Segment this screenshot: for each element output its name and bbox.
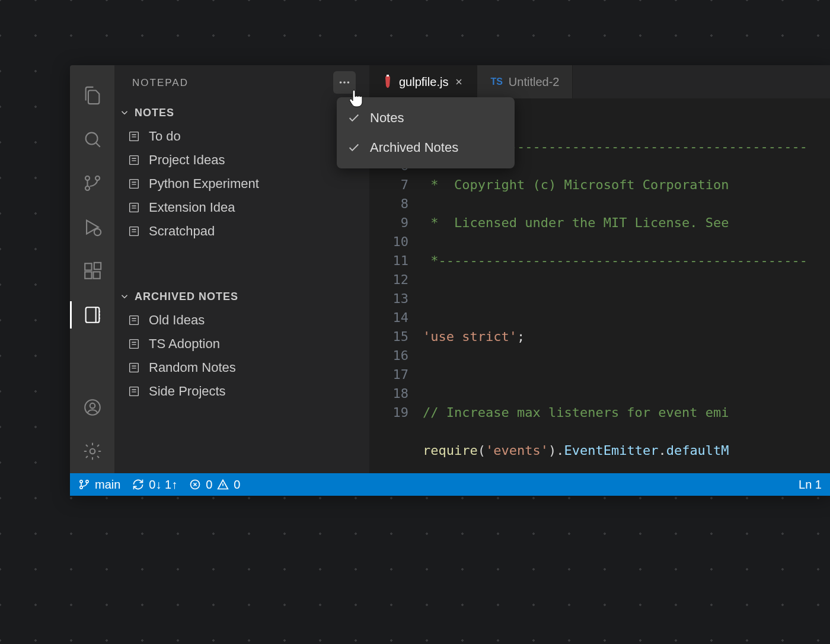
gear-icon bbox=[82, 441, 103, 461]
context-label: Archived Notes bbox=[370, 140, 458, 155]
check-icon bbox=[347, 141, 360, 154]
note-item[interactable]: Side Projects bbox=[114, 380, 369, 403]
note-label: Random Notes bbox=[149, 360, 236, 375]
status-line-col[interactable]: Ln 1 bbox=[799, 478, 822, 492]
context-item-archived[interactable]: Archived Notes bbox=[337, 133, 515, 162]
activity-settings[interactable] bbox=[70, 429, 114, 473]
svg-point-2 bbox=[85, 186, 89, 190]
activity-debug[interactable] bbox=[70, 205, 114, 249]
activity-search[interactable] bbox=[70, 117, 114, 161]
svg-point-1 bbox=[85, 176, 89, 180]
note-icon bbox=[127, 154, 141, 167]
section-label: NOTES bbox=[135, 107, 174, 119]
panel-more-button[interactable] bbox=[333, 71, 356, 94]
svg-rect-14 bbox=[130, 156, 139, 165]
status-sync[interactable]: 0↓ 1↑ bbox=[132, 478, 177, 492]
check-icon bbox=[347, 111, 360, 125]
note-label: Project Ideas bbox=[149, 152, 225, 168]
svg-point-11 bbox=[90, 403, 95, 409]
tab-bar: gulpfile.js TS Untitled-2 bbox=[369, 65, 830, 98]
svg-point-4 bbox=[94, 229, 100, 235]
context-label: Notes bbox=[370, 110, 404, 126]
debug-icon bbox=[82, 217, 103, 237]
activity-extensions[interactable] bbox=[70, 249, 114, 293]
status-problems[interactable]: 0 0 bbox=[189, 478, 240, 492]
svg-rect-20 bbox=[130, 364, 139, 372]
note-item[interactable]: Python Experiment bbox=[114, 172, 369, 196]
svg-rect-22 bbox=[387, 75, 389, 76]
files-icon bbox=[82, 85, 103, 106]
note-icon bbox=[127, 361, 141, 374]
branch-icon bbox=[82, 173, 103, 193]
activity-explorer[interactable] bbox=[70, 74, 114, 117]
warning-icon bbox=[217, 479, 229, 490]
note-icon bbox=[127, 385, 141, 398]
chevron-down-icon bbox=[119, 107, 130, 118]
close-icon[interactable] bbox=[454, 77, 464, 87]
svg-rect-16 bbox=[130, 203, 139, 212]
branch-label: main bbox=[95, 478, 120, 492]
warning-count: 0 bbox=[234, 478, 240, 492]
note-item[interactable]: Scratchpad bbox=[114, 219, 369, 243]
svg-rect-6 bbox=[85, 272, 91, 278]
note-icon bbox=[127, 130, 141, 143]
tab-label: gulpfile.js bbox=[399, 75, 448, 89]
extensions-icon bbox=[82, 261, 103, 281]
note-icon bbox=[127, 314, 141, 327]
branch-icon bbox=[78, 479, 90, 490]
account-icon bbox=[82, 397, 103, 417]
note-item[interactable]: Random Notes bbox=[114, 356, 369, 380]
note-item[interactable]: Extension Idea bbox=[114, 196, 369, 219]
status-bar: main 0↓ 1↑ 0 0 Ln 1 bbox=[70, 473, 830, 496]
note-label: TS Adoption bbox=[149, 336, 220, 352]
note-item[interactable]: To do bbox=[114, 125, 369, 148]
ln-label: Ln 1 bbox=[799, 478, 822, 492]
note-icon bbox=[127, 201, 141, 214]
note-label: Scratchpad bbox=[149, 224, 215, 239]
sync-icon bbox=[132, 479, 144, 490]
svg-rect-9 bbox=[85, 307, 99, 323]
note-item[interactable]: Project Ideas bbox=[114, 148, 369, 172]
activity-bar bbox=[70, 65, 114, 473]
svg-point-23 bbox=[80, 480, 82, 483]
svg-point-28 bbox=[343, 81, 346, 84]
error-count: 0 bbox=[206, 478, 212, 492]
activity-notepad[interactable] bbox=[70, 293, 114, 337]
note-item[interactable]: Old Ideas bbox=[114, 308, 369, 332]
tab-gulpfile[interactable]: gulpfile.js bbox=[369, 65, 477, 98]
tab-untitled[interactable]: TS Untitled-2 bbox=[477, 65, 573, 98]
tab-label: Untitled-2 bbox=[509, 75, 560, 89]
section-header-archived[interactable]: ARCHIVED NOTES bbox=[114, 285, 369, 308]
note-icon bbox=[127, 337, 141, 350]
search-icon bbox=[82, 129, 103, 149]
notebook-icon bbox=[82, 305, 103, 325]
context-menu: Notes Archived Notes bbox=[337, 97, 515, 168]
note-icon bbox=[127, 177, 141, 190]
chevron-down-icon bbox=[119, 291, 130, 302]
activity-source-control[interactable] bbox=[70, 161, 114, 205]
status-branch[interactable]: main bbox=[78, 478, 120, 492]
svg-rect-21 bbox=[130, 387, 139, 396]
svg-rect-15 bbox=[130, 180, 139, 189]
section-header-notes[interactable]: NOTES bbox=[114, 101, 369, 125]
sidebar-title: NOTEPAD bbox=[114, 65, 369, 101]
activity-account[interactable] bbox=[70, 385, 114, 429]
svg-point-29 bbox=[347, 81, 350, 84]
section-label: ARCHIVED NOTES bbox=[135, 291, 238, 303]
note-label: Extension Idea bbox=[149, 200, 235, 215]
svg-point-12 bbox=[90, 449, 95, 454]
sync-label: 0↓ 1↑ bbox=[149, 478, 177, 492]
note-label: Side Projects bbox=[149, 384, 226, 399]
svg-rect-18 bbox=[130, 316, 139, 325]
svg-point-27 bbox=[340, 81, 342, 84]
note-item[interactable]: TS Adoption bbox=[114, 332, 369, 356]
svg-point-24 bbox=[80, 486, 82, 489]
svg-rect-13 bbox=[130, 132, 139, 141]
svg-rect-5 bbox=[85, 263, 91, 270]
svg-rect-17 bbox=[130, 227, 139, 236]
svg-rect-7 bbox=[93, 272, 100, 278]
ts-icon: TS bbox=[490, 76, 502, 87]
gulpfile-icon bbox=[382, 75, 393, 89]
context-item-notes[interactable]: Notes bbox=[337, 103, 515, 133]
ellipsis-icon bbox=[338, 76, 351, 89]
